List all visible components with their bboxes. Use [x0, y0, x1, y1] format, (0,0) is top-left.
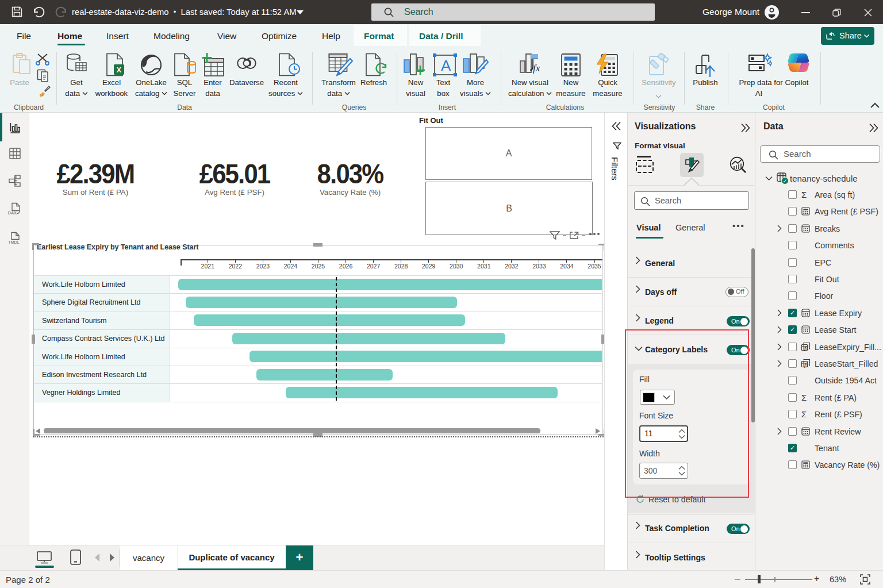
- svg-text:A: A: [441, 57, 451, 74]
- svg-text:TMDL: TMDL: [9, 240, 20, 244]
- svg-text:DAX: DAX: [8, 210, 17, 216]
- svg-text:X: X: [117, 66, 122, 74]
- svg-text:fx: fx: [533, 63, 540, 74]
